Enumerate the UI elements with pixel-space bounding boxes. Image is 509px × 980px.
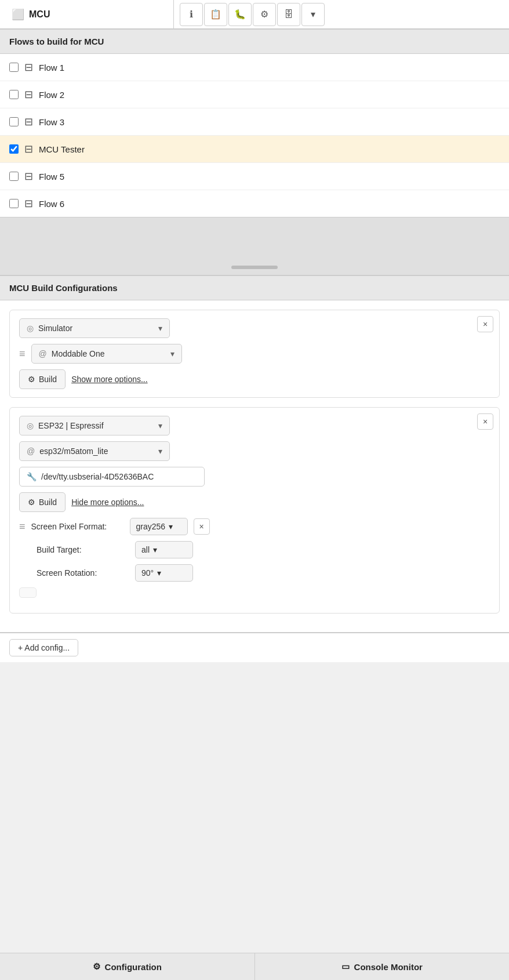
target-dropdown-2[interactable]: @ esp32/m5atom_lite ▾ (19, 441, 170, 461)
config-2-close-button[interactable]: × (477, 413, 493, 430)
build-label-2: Build (39, 498, 57, 507)
flow-item-5[interactable]: ⊟ Flow 5 (0, 163, 509, 190)
config-2-port-row: 🔧 /dev/tty.usbserial-4D52636BAC (19, 467, 490, 487)
target-label-2: esp32/m5atom_lite (39, 447, 108, 456)
build-label-1: Build (39, 375, 57, 384)
close-icon-2: × (483, 417, 488, 426)
configuration-tab[interactable]: ⚙ Configuration (0, 953, 255, 980)
configuration-tab-label: Configuration (105, 962, 162, 972)
target-chevron-icon-1: ▾ (170, 349, 174, 358)
screen-rotation-value: 90° (141, 568, 154, 578)
target-label-1: Moddable One (52, 349, 105, 358)
info-button[interactable]: ℹ (180, 3, 203, 26)
build-target-label: Build Target: (37, 545, 129, 554)
build-configs-body: × ◎ Simulator ▾ ≡ @ Moddable One ▾ ⚙ Bui… (0, 300, 509, 633)
flow-2-icon: ⊟ (24, 88, 33, 101)
build-target-chevron: ▾ (153, 545, 157, 554)
header-title: MCU (29, 9, 50, 20)
configuration-gear-icon: ⚙ (93, 961, 100, 972)
flow-1-checkbox[interactable] (9, 63, 19, 72)
settings-button[interactable]: ⚙ (253, 3, 276, 26)
header-icon-group: ℹ 📋 🐛 ⚙ 🗄 ▾ (174, 3, 330, 26)
esp32-dropdown[interactable]: ◎ ESP32 | Espressif ▾ (19, 416, 170, 435)
extra-options-2: ≡ Screen Pixel Format: gray256 ▾ × Build… (19, 518, 490, 605)
mcu-icon: ⬜ (12, 8, 24, 21)
scroll-indicator (231, 266, 278, 269)
config-1-simulator-row: ◎ Simulator ▾ (19, 318, 490, 338)
chevron-down-button[interactable]: ▾ (301, 3, 325, 26)
build-button-2[interactable]: ⚙ Build (19, 492, 66, 512)
build-configs-header: MCU Build Configurations (0, 275, 509, 300)
flow-6-name: Flow 6 (39, 199, 64, 209)
esp32-label: ESP32 | Espressif (38, 421, 104, 430)
flow-item-2[interactable]: ⊟ Flow 2 (0, 81, 509, 108)
flows-list: ⊟ Flow 1 ⊟ Flow 2 ⊟ Flow 3 ⊟ MCU Tester … (0, 54, 509, 217)
console-monitor-tab-label: Console Monitor (354, 962, 423, 972)
flow-5-name: Flow 5 (39, 172, 64, 182)
flow-5-icon: ⊟ (24, 170, 33, 183)
add-config-button[interactable]: + Add config... (9, 639, 78, 656)
flow-item-6[interactable]: ⊟ Flow 6 (0, 190, 509, 217)
screen-rotation-dropdown[interactable]: 90° ▾ (135, 564, 193, 582)
build-target-row: Build Target: all ▾ (19, 541, 490, 558)
screen-rotation-chevron: ▾ (157, 568, 161, 578)
config-1-close-button[interactable]: × (477, 316, 493, 332)
config-2-target-row: @ esp32/m5atom_lite ▾ (19, 441, 490, 461)
build-gear-icon-2: ⚙ (28, 498, 35, 507)
screen-pixel-format-chevron: ▾ (169, 522, 173, 531)
build-target-value: all (141, 545, 150, 554)
port-wrench-icon: 🔧 (27, 472, 37, 481)
hide-more-link-2[interactable]: Hide more options... (71, 498, 144, 507)
config-1-drag-handle[interactable]: ≡ (19, 348, 26, 360)
flows-spacer (0, 217, 509, 275)
build-target-dropdown[interactable]: all ▾ (135, 541, 193, 558)
console-monitor-icon: ▭ (341, 961, 350, 972)
config-1-target-row: ≡ @ Moddable One ▾ (19, 344, 490, 364)
mcu-tester-checkbox[interactable] (9, 144, 19, 154)
config-2-build-row: ⚙ Build Hide more options... (19, 492, 490, 512)
database-button[interactable]: 🗄 (277, 3, 300, 26)
flow-6-icon: ⊟ (24, 197, 33, 210)
flow-2-name: Flow 2 (39, 90, 64, 100)
add-config-row: + Add config... (0, 633, 509, 662)
config-1-build-row: ⚙ Build Show more options... (19, 369, 490, 389)
bug-button[interactable]: 🐛 (228, 3, 252, 26)
port-input[interactable]: 🔧 /dev/tty.usbserial-4D52636BAC (19, 467, 205, 487)
config-2-drag-handle[interactable]: ≡ (19, 521, 26, 533)
flow-item-3[interactable]: ⊟ Flow 3 (0, 108, 509, 136)
target-prefix-icon-1: @ (39, 349, 47, 358)
flow-5-checkbox[interactable] (9, 172, 19, 181)
build-button-1[interactable]: ⚙ Build (19, 369, 66, 389)
console-monitor-tab[interactable]: ▭ Console Monitor (255, 953, 510, 980)
flow-3-checkbox[interactable] (9, 117, 19, 126)
bottom-bar: ⚙ Configuration ▭ Console Monitor (0, 953, 509, 980)
show-more-link-1[interactable]: Show more options... (71, 375, 148, 384)
build-gear-icon-1: ⚙ (28, 375, 35, 384)
config-card-2: × ◎ ESP32 | Espressif ▾ @ esp32/m5atom_l… (9, 407, 500, 614)
flow-2-checkbox[interactable] (9, 90, 19, 99)
flow-item-1[interactable]: ⊟ Flow 1 (0, 54, 509, 81)
partial-button[interactable] (19, 587, 37, 598)
screen-pixel-format-dropdown[interactable]: gray256 ▾ (130, 518, 188, 535)
close-icon-3: × (199, 522, 203, 531)
flow-item-mcu-tester[interactable]: ⊟ MCU Tester (0, 136, 509, 163)
build-configs-title: MCU Build Configurations (9, 283, 118, 293)
screen-pixel-format-close[interactable]: × (194, 518, 210, 535)
flow-3-icon: ⊟ (24, 115, 33, 128)
mcu-tester-icon: ⊟ (24, 143, 33, 155)
screen-rotation-row: Screen Rotation: 90° ▾ (19, 564, 490, 582)
app-header: ⬜ MCU ℹ 📋 🐛 ⚙ 🗄 ▾ (0, 0, 509, 29)
close-icon-1: × (483, 320, 488, 329)
flow-6-checkbox[interactable] (9, 199, 19, 208)
simulator-dropdown[interactable]: ◎ Simulator ▾ (19, 318, 170, 338)
target-chevron-icon-2: ▾ (158, 447, 162, 456)
config-card-1: × ◎ Simulator ▾ ≡ @ Moddable One ▾ ⚙ Bui… (9, 310, 500, 398)
screen-rotation-label: Screen Rotation: (37, 568, 129, 578)
target-prefix-icon-2: @ (27, 447, 35, 456)
header-title-section: ⬜ MCU (0, 0, 174, 28)
target-dropdown-1[interactable]: @ Moddable One ▾ (31, 344, 182, 364)
document-button[interactable]: 📋 (204, 3, 227, 26)
flows-section-header: Flows to build for MCU (0, 29, 509, 54)
flow-1-icon: ⊟ (24, 61, 33, 74)
simulator-prefix-icon: ◎ (27, 324, 34, 333)
